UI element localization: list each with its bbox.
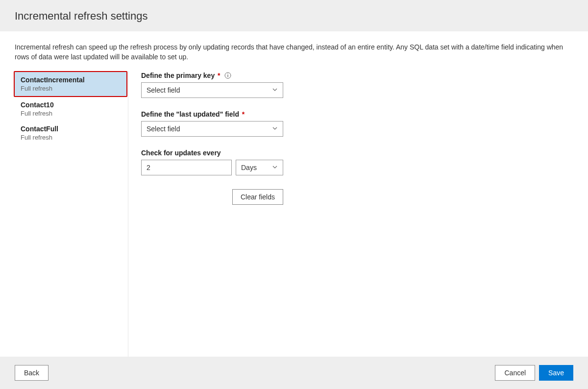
entity-name: ContactFull <box>21 125 121 133</box>
entity-refresh-type: Full refresh <box>21 85 121 92</box>
last-updated-label: Define the "last updated" field * <box>141 110 245 118</box>
page-description: Incremental refresh can speed up the ref… <box>15 42 573 62</box>
primary-key-value: Select field <box>147 86 180 94</box>
chevron-down-icon <box>272 125 278 133</box>
cancel-button[interactable]: Cancel <box>495 365 535 381</box>
entity-refresh-type: Full refresh <box>21 110 121 117</box>
info-icon[interactable] <box>224 72 231 79</box>
required-indicator: * <box>216 72 220 79</box>
entity-item-contact10[interactable]: Contact10 Full refresh <box>15 97 126 121</box>
entity-item-contactincremental[interactable]: ContactIncremental Full refresh <box>14 71 127 97</box>
entity-refresh-type: Full refresh <box>21 134 121 141</box>
clear-fields-button[interactable]: Clear fields <box>232 189 283 205</box>
save-button[interactable]: Save <box>539 365 573 381</box>
check-unit-value: Days <box>241 164 257 171</box>
check-interval-input[interactable] <box>141 160 232 175</box>
entity-item-contactfull[interactable]: ContactFull Full refresh <box>15 121 126 145</box>
entity-name: Contact10 <box>21 101 121 109</box>
svg-rect-2 <box>227 75 228 77</box>
chevron-down-icon <box>272 164 278 171</box>
footer-bar: Back Cancel Save <box>0 357 588 389</box>
page-title: Incremental refresh settings <box>0 0 588 31</box>
entity-list: ContactIncremental Full refresh Contact1… <box>15 71 128 357</box>
primary-key-select[interactable]: Select field <box>141 82 283 98</box>
check-updates-label: Check for updates every <box>141 149 221 157</box>
settings-form: Define the primary key * Select field <box>128 71 573 357</box>
check-unit-select[interactable]: Days <box>236 160 283 175</box>
back-button[interactable]: Back <box>15 365 49 381</box>
last-updated-select[interactable]: Select field <box>141 121 283 137</box>
required-indicator: * <box>240 110 245 118</box>
primary-key-label: Define the primary key * <box>141 72 220 79</box>
content-panel: Incremental refresh can speed up the ref… <box>0 31 588 357</box>
entity-name: ContactIncremental <box>21 76 121 84</box>
chevron-down-icon <box>272 86 278 94</box>
last-updated-value: Select field <box>147 125 180 133</box>
svg-point-1 <box>227 74 228 75</box>
